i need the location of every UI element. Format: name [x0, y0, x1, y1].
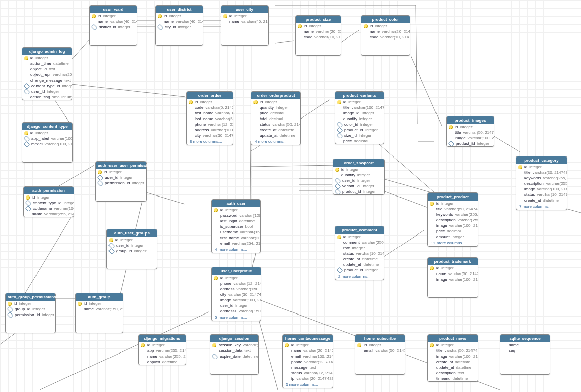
table-column[interactable]: ipvarchar(20, 21474836...	[283, 376, 333, 381]
table-column[interactable]: expire_datedatetime	[210, 354, 258, 359]
table-column[interactable]: imagevarchar(100, 2147...	[428, 354, 478, 359]
table-column[interactable]: size_idinteger	[335, 133, 384, 138]
table-column[interactable]: idinteger	[251, 99, 300, 105]
table-column[interactable]: action_timedatetime	[22, 61, 72, 66]
table-column[interactable]: emailvarchar(50, 21474...	[355, 348, 405, 354]
table-header[interactable]: order_shopcart	[333, 159, 384, 167]
table-column[interactable]: idinteger	[212, 207, 260, 213]
table-column[interactable]: phonevarchar(12, 2147...	[187, 122, 233, 127]
table-column[interactable]: idinteger	[6, 301, 55, 306]
table-header[interactable]: home_contactmessage	[283, 335, 333, 342]
table-header[interactable]: home_subscribe	[355, 335, 405, 342]
table-header[interactable]: product_images	[447, 116, 494, 124]
table-column[interactable]: namevarchar(40, 21474...	[156, 19, 203, 24]
table-column[interactable]: descriptionvarchar(255,...	[428, 217, 478, 223]
table-product_product[interactable]: product_productidintegertitlevarchar(50,…	[427, 192, 478, 247]
table-column[interactable]: user_idinteger	[22, 89, 72, 94]
table-column[interactable]: permission_idinteger	[96, 180, 146, 186]
table-column[interactable]: idinteger	[212, 275, 261, 281]
table-header[interactable]: user_ward	[90, 6, 137, 13]
table-column[interactable]: variant_idinteger	[333, 183, 384, 189]
table-column[interactable]: keywordsvarchar(255, 2...	[428, 212, 478, 217]
table-column[interactable]: idinteger	[333, 167, 384, 172]
table-column[interactable]: city_idinteger	[156, 24, 203, 30]
table-header[interactable]: product_category	[516, 156, 567, 164]
table-sqlite_sequence[interactable]: sqlite_sequencenameseq	[500, 334, 550, 375]
table-column[interactable]: addressvarchar(100, 21...	[187, 127, 233, 133]
table-column[interactable]: statusvarchar(50, 21474...	[251, 122, 300, 127]
table-header[interactable]: user_userprofile	[212, 267, 261, 275]
table-column[interactable]: emailvarchar(254, 2147...	[212, 241, 260, 246]
table-column[interactable]: last_logindatetime	[212, 218, 260, 224]
table-order_order[interactable]: order_orderidintegercodevarchar(5, 21474…	[186, 91, 233, 145]
table-column[interactable]: timeenddatetime	[428, 376, 478, 381]
table-column[interactable]: idinteger	[22, 55, 72, 61]
table-header[interactable]: product_trademark	[428, 258, 478, 265]
table-column[interactable]: keywordsvarchar(255, 2...	[516, 175, 567, 181]
table-product_size[interactable]: product_sizeidintegernamevarchar(20, 214…	[295, 15, 341, 56]
more-columns-link[interactable]: 7 more columns...	[516, 203, 567, 210]
table-column[interactable]: name	[500, 342, 550, 348]
table-column[interactable]: namevarchar(20, 21474...	[296, 29, 341, 34]
table-column[interactable]: update_atdatetime	[428, 365, 478, 370]
table-column[interactable]: create_atdatetime	[428, 359, 478, 365]
table-user_ward[interactable]: user_wardidintegernamevarchar(40, 21474.…	[89, 5, 137, 46]
table-column[interactable]: applieddatetime	[139, 359, 186, 365]
table-header[interactable]: auth_user_user_permissi...	[96, 162, 146, 169]
more-columns-link[interactable]: 4 more columns...	[212, 246, 260, 253]
table-column[interactable]: idinteger	[361, 23, 410, 29]
table-product_news[interactable]: product_newsidintegertitlevarchar(50, 21…	[427, 334, 478, 382]
table-column[interactable]: group_idinteger	[107, 248, 157, 254]
table-column[interactable]: imagevarchar(100, 2147...	[428, 223, 478, 228]
table-column[interactable]: update_atdatetime	[251, 133, 300, 138]
table-column[interactable]: idinteger	[335, 99, 384, 105]
table-column[interactable]: titlevarchar(50, 2147483...	[447, 130, 494, 135]
table-column[interactable]: idinteger	[76, 301, 123, 306]
table-column[interactable]: quantityinteger	[335, 116, 384, 122]
table-column[interactable]: change_messagetext	[22, 77, 72, 83]
table-column[interactable]: idinteger	[428, 342, 478, 348]
table-header[interactable]: django_admin_log	[22, 48, 72, 55]
table-column[interactable]: idinteger	[107, 237, 157, 243]
table-header[interactable]: product_comment	[335, 226, 384, 234]
table-column[interactable]: descriptiontext	[428, 370, 478, 376]
table-column[interactable]: idinteger	[156, 13, 203, 19]
table-column[interactable]: create_atdatetime	[335, 256, 384, 262]
table-column[interactable]: appvarchar(255, 21474...	[139, 348, 186, 354]
table-column[interactable]: idinteger	[24, 194, 74, 200]
table-column[interactable]: idinteger	[296, 23, 341, 29]
table-column[interactable]: namevarchar(255, 2147...	[24, 211, 74, 217]
table-header[interactable]: django_session	[210, 335, 258, 342]
table-column[interactable]: idinteger	[96, 169, 146, 175]
table-column[interactable]: pricedecimal	[428, 228, 478, 234]
table-column[interactable]: create_atdatetime	[251, 127, 300, 133]
table-column[interactable]: product_idinteger	[333, 189, 384, 194]
table-order_orderproduct[interactable]: order_orderproductidintegerquantityinteg…	[251, 91, 301, 145]
table-column[interactable]: first_namevarchar(30, 21...	[212, 235, 260, 241]
more-columns-link[interactable]: 11 more columns...	[428, 240, 478, 246]
table-django_admin_log[interactable]: django_admin_logidintegeraction_timedate…	[22, 47, 72, 100]
table-column[interactable]: idinteger	[283, 342, 333, 348]
table-header[interactable]: auth_user	[212, 200, 260, 207]
table-column[interactable]: action_flagsmallint unsig...	[22, 94, 72, 100]
table-django_migrations[interactable]: django_migrationsidintegerappvarchar(255…	[138, 334, 186, 365]
table-column[interactable]: product_idinteger	[447, 141, 494, 146]
table-column[interactable]: modelvarchar(100, 214...	[22, 141, 72, 147]
table-auth_user_user_permissi...[interactable]: auth_user_user_permissi...idintegeruser_…	[95, 161, 147, 202]
table-column[interactable]: product_idinteger	[335, 267, 384, 273]
table-auth_permission[interactable]: auth_permissionidintegercontent_type_idi…	[23, 186, 74, 217]
table-auth_user[interactable]: auth_useridintegerpasswordvarchar(128, 2…	[211, 199, 261, 253]
table-auth_group_permissions[interactable]: auth_group_permissionsidintegergroup_idi…	[5, 293, 56, 333]
table-column[interactable]: titlevarchar(50, 2147483...	[428, 348, 478, 354]
table-column[interactable]: namevarchar(20, 21474...	[283, 348, 333, 354]
table-home_contactmessage[interactable]: home_contactmessageidintegernamevarchar(…	[282, 334, 333, 388]
table-column[interactable]: imagevarchar(100, 2147...	[516, 186, 567, 192]
table-column[interactable]: create_atdatetime	[516, 198, 567, 203]
more-columns-link[interactable]: 5 more columns...	[212, 314, 261, 321]
table-column[interactable]: titlevarchar(100, 214748...	[335, 105, 384, 110]
table-column[interactable]: emailvarchar(100, 2147...	[283, 354, 333, 359]
table-product_category[interactable]: product_categoryidintegertitlevarchar(30…	[516, 156, 567, 210]
table-column[interactable]: idinteger	[187, 99, 233, 105]
table-column[interactable]: codevarchar(5, 2147483...	[187, 105, 233, 110]
table-column[interactable]: phonevarchar(12, 2147...	[212, 281, 261, 286]
